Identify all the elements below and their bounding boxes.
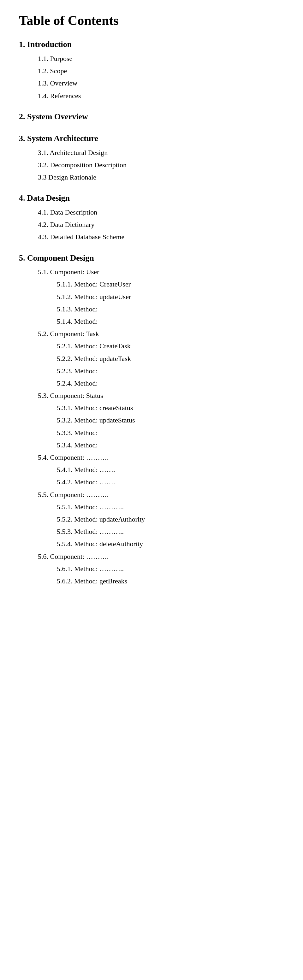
section-5-5-1-number: 5.5.1. [57, 503, 73, 511]
section-5-3-1: 5.3.1. Method: createStatus [19, 402, 284, 413]
section-5-2-4-number: 5.2.4. [57, 379, 73, 387]
section-2-heading: 2. System Overview [19, 110, 284, 123]
section-5-2-2: 5.2.2. Method: updateTask [19, 353, 284, 364]
section-3-2: 3.2. Decomposition Description [19, 159, 284, 170]
section-5-5-1-label: Method: ……….. [74, 503, 124, 511]
section-3: 3. System Architecture 3.1. Architectura… [19, 132, 284, 183]
section-1-1: 1.1. Purpose [19, 53, 284, 64]
section-5-2-3-label: Method: [74, 367, 98, 375]
section-4: 4. Data Design 4.1. Data Description 4.2… [19, 191, 284, 242]
section-5-number: 5. [19, 253, 25, 262]
section-1-4-number: 1.4. [38, 92, 48, 100]
section-1-1-label: Purpose [50, 54, 73, 62]
section-5-2-label: Component: Task [50, 330, 99, 337]
section-5-1-2: 5.1.2. Method: updateUser [19, 291, 284, 302]
section-5-5-4-number: 5.5.4. [57, 540, 73, 548]
section-5-4-1-label: Method: ……. [74, 466, 115, 474]
section-5-1-3: 5.1.3. Method: [19, 304, 284, 315]
section-1-heading: 1. Introduction [19, 38, 284, 51]
section-1-3-label: Overview [50, 79, 78, 87]
section-5-4-1-number: 5.4.1. [57, 466, 73, 474]
section-3-heading: 3. System Architecture [19, 132, 284, 145]
section-1-4-label: References [50, 92, 81, 100]
section-1-label: Introduction [27, 40, 72, 49]
section-1-3: 1.3. Overview [19, 78, 284, 89]
section-3-1: 3.1. Architectural Design [19, 147, 284, 158]
section-5-4-2-number: 5.4.2. [57, 478, 73, 486]
section-5-6-1: 5.6.1. Method: ……….. [19, 563, 284, 574]
section-5-1-2-number: 5.1.2. [57, 293, 73, 301]
section-5-1-1-label: Method: CreateUser [74, 280, 131, 288]
section-5-4: 5.4. Component: ………. [19, 452, 284, 463]
section-5-4-1: 5.4.1. Method: ……. [19, 464, 284, 475]
section-5-5-4: 5.5.4. Method: deleteAuthority [19, 538, 284, 549]
section-5-1-1: 5.1.1. Method: CreateUser [19, 278, 284, 290]
section-1: 1. Introduction 1.1. Purpose 1.2. Scope … [19, 38, 284, 101]
section-5-3-number: 5.3. [38, 391, 48, 399]
section-5-3-4-label: Method: [74, 441, 98, 449]
section-4-2-number: 4.2. [38, 221, 48, 228]
section-5-3: 5.3. Component: Status [19, 390, 284, 401]
section-5-2-3: 5.2.3. Method: [19, 365, 284, 376]
section-5-1-2-label: Method: updateUser [74, 293, 131, 301]
section-5-3-4-number: 5.3.4. [57, 441, 73, 449]
section-4-2-label: Data Dictionary [50, 221, 95, 228]
section-5-1-1-number: 5.1.1. [57, 280, 73, 288]
section-1-2-number: 1.2. [38, 67, 48, 75]
toc-title: Table of Contents [19, 13, 284, 29]
section-1-3-number: 1.3. [38, 79, 48, 87]
section-5: 5. Component Design 5.1. Component: User… [19, 251, 284, 587]
section-5-2-number: 5.2. [38, 330, 48, 337]
section-5-2-4: 5.2.4. Method: [19, 378, 284, 389]
section-5-5-label: Component: ………. [50, 491, 109, 498]
section-4-label: Data Design [27, 193, 70, 202]
section-5-3-1-number: 5.3.1. [57, 404, 73, 412]
section-5-5-4-label: Method: deleteAuthority [74, 540, 143, 548]
section-5-6: 5.6. Component: ………. [19, 551, 284, 562]
section-5-1-label: Component: User [50, 268, 99, 276]
section-2: 2. System Overview [19, 110, 284, 123]
section-2-label: System Overview [27, 112, 88, 121]
section-5-6-1-number: 5.6.1. [57, 565, 73, 573]
section-2-number: 2. [19, 112, 25, 121]
section-5-3-3: 5.3.3. Method: [19, 427, 284, 438]
section-1-2-label: Scope [50, 67, 67, 75]
section-5-3-2: 5.3.2. Method: updateStatus [19, 415, 284, 426]
section-5-4-number: 5.4. [38, 453, 48, 461]
section-5-label: Component Design [27, 253, 94, 262]
section-5-3-2-number: 5.3.2. [57, 416, 73, 424]
section-3-number: 3. [19, 134, 25, 143]
section-5-6-label: Component: ………. [50, 552, 109, 560]
section-5-3-3-label: Method: [74, 429, 98, 437]
section-1-4: 1.4. References [19, 90, 284, 101]
section-3-1-label: Architectural Design [49, 149, 108, 156]
section-5-2: 5.2. Component: Task [19, 328, 284, 339]
section-1-number: 1. [19, 40, 25, 49]
section-4-3: 4.3. Detailed Database Scheme [19, 231, 284, 242]
section-5-5-number: 5.5. [38, 491, 48, 498]
section-3-3-label: Design Rationale [48, 173, 96, 181]
section-5-5-3: 5.5.3. Method: ……….. [19, 526, 284, 537]
section-5-2-1: 5.2.1. Method: CreateTask [19, 340, 284, 352]
toc-container: Table of Contents 1. Introduction 1.1. P… [19, 13, 284, 587]
section-5-5-2-label: Method: updateAuthority [74, 515, 145, 523]
section-1-1-number: 1.1. [38, 54, 48, 62]
section-5-6-2: 5.6.2. Method: getBreaks [19, 576, 284, 587]
section-5-3-3-number: 5.3.3. [57, 429, 73, 437]
section-5-2-2-label: Method: updateTask [74, 355, 131, 363]
section-5-3-1-label: Method: createStatus [74, 404, 133, 412]
section-4-number: 4. [19, 193, 25, 202]
section-4-1: 4.1. Data Description [19, 207, 284, 218]
section-5-3-4: 5.3.4. Method: [19, 439, 284, 450]
section-5-3-2-label: Method: updateStatus [74, 416, 135, 424]
section-5-2-3-number: 5.2.3. [57, 367, 73, 375]
section-3-2-number: 3.2. [38, 161, 48, 169]
section-5-3-label: Component: Status [50, 391, 103, 399]
section-5-5: 5.5. Component: ………. [19, 489, 284, 500]
section-5-5-3-label: Method: ……….. [74, 528, 124, 535]
section-4-heading: 4. Data Design [19, 191, 284, 205]
section-3-3: 3.3 Design Rationale [19, 172, 284, 183]
section-5-1-3-label: Method: [74, 305, 98, 313]
section-3-1-number: 3.1. [38, 149, 48, 156]
section-5-1-3-number: 5.1.3. [57, 305, 73, 313]
